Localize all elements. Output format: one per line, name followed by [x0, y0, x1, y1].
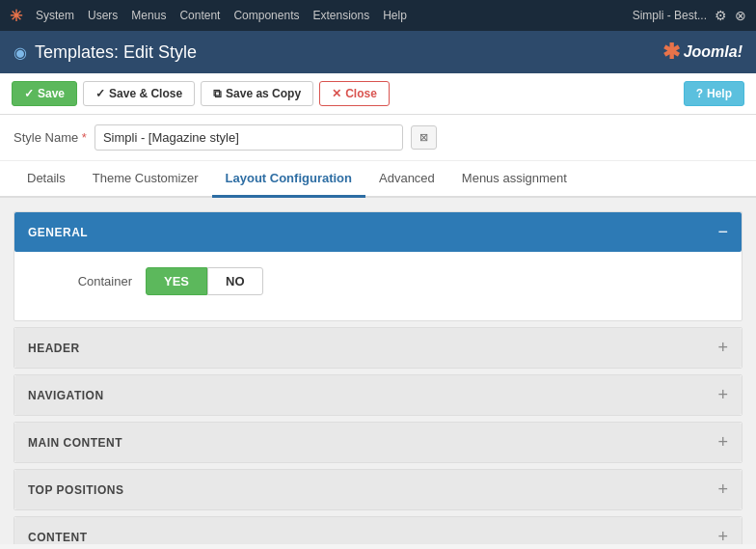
nav-help[interactable]: Help	[383, 9, 407, 22]
topbar: ✳ System Users Menus Content Components …	[0, 0, 756, 31]
copy-icon: ⧉	[213, 87, 222, 100]
header-section: HEADER +	[14, 327, 742, 369]
top-positions-expand-icon[interactable]: +	[717, 480, 728, 500]
header-section-header[interactable]: HEADER +	[14, 328, 742, 368]
title-area: ◉ Templates: Edit Style	[14, 42, 197, 63]
save-as-copy-button[interactable]: ⧉ Save as Copy	[201, 81, 313, 106]
page-title: Templates: Edit Style	[35, 42, 197, 63]
content-expand-icon[interactable]: +	[717, 527, 728, 544]
navigation-section-header[interactable]: NAVIGATION +	[14, 375, 742, 415]
nav-extensions[interactable]: Extensions	[312, 9, 369, 22]
close-x-icon: ✕	[332, 87, 341, 100]
top-positions-section-header[interactable]: TOP POSITIONS +	[14, 470, 742, 509]
content-section: CONTENT +	[14, 516, 742, 544]
style-name-clear-button[interactable]: ⊠	[411, 125, 437, 150]
nav-menus[interactable]: Menus	[131, 9, 166, 22]
main-content-section-header[interactable]: MAIN CONTENT +	[14, 423, 742, 462]
header-section-title: HEADER	[28, 342, 80, 355]
tab-advanced[interactable]: Advanced	[365, 161, 448, 198]
gear-icon[interactable]: ⚙	[715, 8, 727, 23]
content-area: GENERAL − Container YES NO HEADER + NAVI…	[0, 198, 756, 544]
navigation-section-title: NAVIGATION	[28, 389, 104, 402]
help-question-icon: ?	[696, 87, 703, 100]
navigation-section: NAVIGATION +	[14, 374, 742, 416]
nav-users[interactable]: Users	[88, 9, 118, 22]
main-content-section: MAIN CONTENT +	[14, 422, 742, 463]
help-button[interactable]: ? Help	[684, 81, 744, 106]
save-as-copy-label: Save as Copy	[226, 87, 301, 100]
tab-menus-assignment[interactable]: Menus assignment	[448, 161, 580, 198]
top-positions-section: TOP POSITIONS +	[14, 469, 742, 510]
required-marker: *	[82, 130, 87, 145]
style-name-label: Style Name *	[14, 130, 87, 145]
save-button[interactable]: ✓ Save	[12, 81, 77, 106]
header-bar: ◉ Templates: Edit Style ✱ Joomla!	[0, 31, 756, 73]
toolbar-right: ? Help	[684, 81, 744, 106]
container-row: Container YES NO	[30, 267, 726, 295]
main-content-section-title: MAIN CONTENT	[28, 436, 122, 450]
toolbar: ✓ Save ✓ Save & Close ⧉ Save as Copy ✕ C…	[0, 73, 756, 115]
content-section-title: CONTENT	[28, 531, 88, 544]
topbar-nav: System Users Menus Content Components Ex…	[36, 9, 407, 22]
tab-theme-customizer[interactable]: Theme Customizer	[79, 161, 212, 198]
topbar-left: ✳ System Users Menus Content Components …	[10, 7, 407, 25]
save-label: Save	[38, 87, 65, 100]
save-close-check-icon: ✓	[95, 87, 105, 100]
nav-components[interactable]: Components	[233, 9, 299, 22]
general-section-header[interactable]: GENERAL −	[14, 212, 742, 252]
toolbar-buttons: ✓ Save ✓ Save & Close ⧉ Save as Copy ✕ C…	[12, 81, 390, 106]
style-name-input[interactable]	[94, 124, 403, 151]
general-section-title: GENERAL	[28, 226, 88, 239]
save-and-close-button[interactable]: ✓ Save & Close	[83, 81, 195, 106]
general-collapse-icon[interactable]: −	[717, 222, 728, 242]
general-section: GENERAL − Container YES NO	[14, 211, 742, 321]
container-toggle-group: YES NO	[146, 267, 263, 295]
help-label: Help	[707, 87, 732, 100]
content-section-header[interactable]: CONTENT +	[14, 517, 742, 544]
joomla-logo: ✱ Joomla!	[662, 40, 742, 65]
close-button[interactable]: ✕ Close	[319, 81, 390, 106]
joomla-brand-icon: ✱	[662, 40, 680, 65]
header-expand-icon[interactable]: +	[717, 338, 728, 358]
site-name: Simpli - Best...	[633, 9, 707, 22]
container-yes-button[interactable]: YES	[146, 267, 207, 295]
logout-icon[interactable]: ⊗	[735, 8, 746, 23]
tab-details[interactable]: Details	[14, 161, 79, 198]
save-check-icon: ✓	[24, 87, 34, 100]
joomla-flame-icon[interactable]: ✳	[10, 7, 22, 25]
style-name-label-text: Style Name	[14, 130, 78, 145]
tab-layout-configuration[interactable]: Layout Configuration	[212, 161, 365, 198]
joomla-brand-text: Joomla!	[684, 43, 742, 61]
save-and-close-label: Save & Close	[109, 87, 182, 100]
container-no-button[interactable]: NO	[207, 267, 263, 295]
general-section-body: Container YES NO	[14, 252, 742, 320]
topbar-right: Simpli - Best... ⚙ ⊗	[633, 8, 746, 23]
tabs-bar: Details Theme Customizer Layout Configur…	[0, 161, 756, 198]
style-name-row: Style Name * ⊠	[0, 115, 756, 161]
close-label: Close	[345, 87, 377, 100]
navigation-expand-icon[interactable]: +	[717, 385, 728, 405]
nav-content[interactable]: Content	[179, 9, 220, 22]
nav-system[interactable]: System	[36, 9, 74, 22]
top-positions-section-title: TOP POSITIONS	[28, 483, 123, 497]
page-icon: ◉	[14, 43, 27, 62]
container-label: Container	[30, 274, 146, 288]
main-content-expand-icon[interactable]: +	[717, 432, 728, 453]
